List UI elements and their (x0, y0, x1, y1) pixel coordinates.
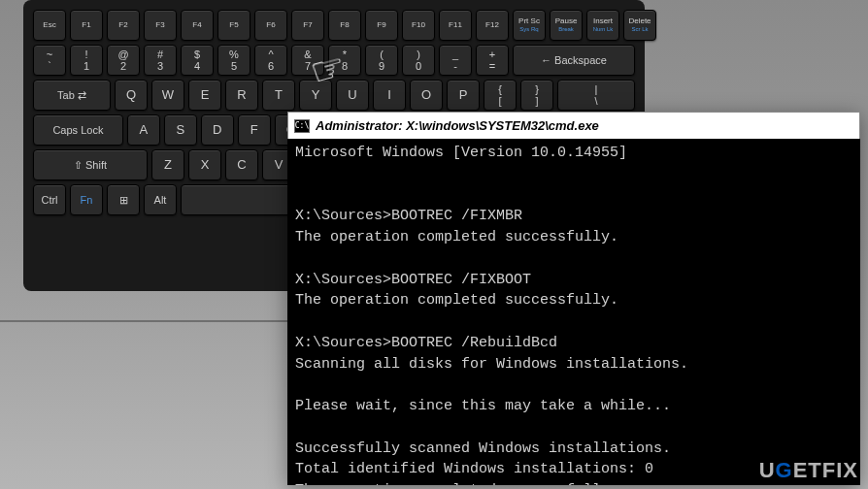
key[interactable]: C (225, 149, 258, 180)
key[interactable]: Q (115, 80, 148, 111)
key[interactable]: }] (520, 80, 553, 111)
key[interactable]: F1 (70, 10, 103, 41)
key[interactable]: ⊞ (107, 184, 140, 215)
key[interactable]: I (373, 80, 406, 111)
key[interactable]: F5 (217, 10, 250, 41)
key[interactable]: F12 (476, 10, 509, 41)
key[interactable]: Fn (70, 184, 103, 215)
key[interactable]: F3 (144, 10, 177, 41)
key[interactable]: (9 (365, 45, 398, 76)
watermark-pre: U (759, 458, 776, 482)
key[interactable]: F (238, 114, 271, 146)
key[interactable]: F11 (439, 10, 472, 41)
key[interactable]: @2 (107, 45, 140, 76)
key[interactable]: O (410, 80, 443, 111)
key[interactable]: %5 (217, 45, 250, 76)
key[interactable]: E (188, 80, 221, 111)
key[interactable]: PauseBreak (550, 10, 583, 41)
key[interactable]: !1 (70, 45, 103, 76)
key[interactable]: Esc (33, 10, 66, 41)
key[interactable]: += (476, 45, 509, 76)
key[interactable]: P (447, 80, 480, 111)
watermark-g: G (776, 458, 793, 482)
key[interactable]: Prt ScSys Rq (513, 10, 546, 41)
cmd-icon: C:\ (294, 119, 310, 133)
key[interactable]: #3 (144, 45, 177, 76)
key[interactable]: F7 (291, 10, 324, 41)
key[interactable]: InsertNum Lk (586, 10, 619, 41)
key[interactable]: Ctrl (33, 184, 66, 215)
key[interactable]: )0 (402, 45, 435, 76)
surface-edge (0, 320, 291, 322)
watermark-logo: UGETFIX (759, 458, 858, 483)
keyboard-row-fn: EscF1F2F3F4F5F6F7F8F9F10F11F12Prt ScSys … (33, 10, 635, 41)
key[interactable]: Tab ⇄ (33, 80, 111, 111)
key[interactable]: ~` (33, 45, 66, 76)
cmd-output: Microsoft Windows [Version 10.0.14955] X… (287, 139, 860, 485)
key[interactable]: D (201, 114, 234, 146)
key[interactable]: {[ (484, 80, 517, 111)
key[interactable]: ^6 (254, 45, 287, 76)
key[interactable]: A (127, 114, 160, 146)
key[interactable]: ← Backspace (513, 45, 635, 76)
cmd-window-title: Administrator: X:\windows\SYSTEM32\cmd.e… (316, 118, 599, 133)
key[interactable]: R (225, 80, 258, 111)
key[interactable]: DeleteScr Lk (623, 10, 656, 41)
key[interactable]: Alt (144, 184, 177, 215)
key[interactable]: F8 (328, 10, 361, 41)
cmd-window: C:\ Administrator: X:\windows\SYSTEM32\c… (287, 112, 860, 485)
key[interactable]: X (188, 149, 221, 180)
key[interactable]: F4 (181, 10, 214, 41)
key[interactable]: F2 (107, 10, 140, 41)
key[interactable]: Caps Lock (33, 114, 123, 146)
watermark-post: ETFIX (793, 458, 858, 482)
key[interactable]: _- (439, 45, 472, 76)
key[interactable]: Z (151, 149, 184, 180)
key[interactable]: F9 (365, 10, 398, 41)
key[interactable]: $4 (181, 45, 214, 76)
cmd-titlebar[interactable]: C:\ Administrator: X:\windows\SYSTEM32\c… (287, 112, 860, 139)
key[interactable]: |\ (557, 80, 635, 111)
key[interactable]: F6 (254, 10, 287, 41)
key[interactable]: ⇧ Shift (33, 149, 148, 180)
key[interactable]: W (151, 80, 184, 111)
key[interactable]: F10 (402, 10, 435, 41)
key[interactable]: S (164, 114, 197, 146)
key[interactable]: T (262, 80, 295, 111)
